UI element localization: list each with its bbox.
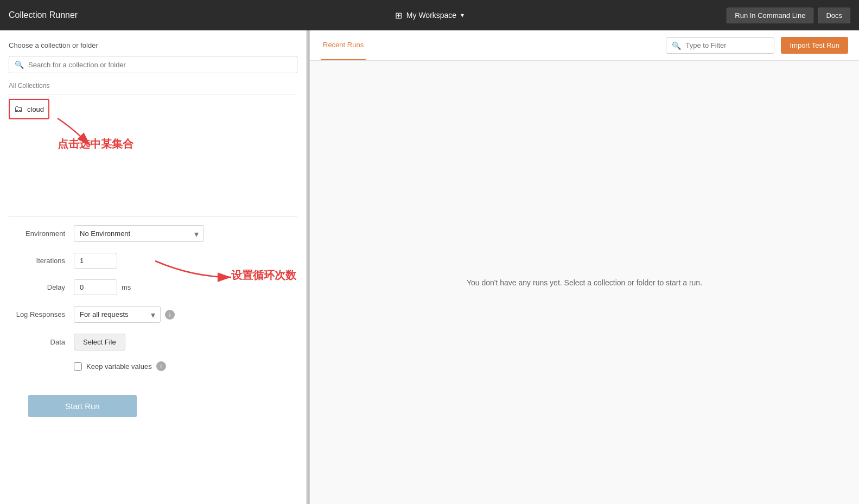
empty-runs-message: You don't have any runs yet. Select a co… [467, 278, 702, 287]
start-run-area: Start Run [9, 395, 297, 417]
log-responses-control: For all requests On error Never i [74, 306, 297, 323]
keep-variable-checkbox[interactable] [74, 362, 82, 371]
tab-recent-runs[interactable]: Recent Runs [321, 30, 366, 60]
collection-annotation-text: 点击选中某集合 [58, 137, 133, 151]
filter-box[interactable]: 🔍 [666, 37, 774, 54]
iterations-label: Iterations [9, 257, 74, 265]
keep-variable-info-icon[interactable]: i [156, 361, 166, 371]
environment-select[interactable]: No Environment [74, 225, 204, 242]
filter-input[interactable] [685, 41, 768, 49]
keep-variable-control: Keep variable values i [74, 361, 297, 371]
keep-variable-row: Keep variable values i [9, 361, 297, 371]
settings-section: Environment No Environment Iterations [9, 216, 297, 382]
collection-item[interactable]: 🗂 cloud [9, 99, 49, 119]
log-responses-row: Log Responses For all requests On error … [9, 306, 297, 323]
right-header-actions: 🔍 Import Test Run [666, 37, 848, 54]
environment-label: Environment [9, 229, 74, 238]
delay-label: Delay [9, 283, 74, 291]
run-command-line-button[interactable]: Run In Command Line [727, 8, 813, 23]
iterations-control [74, 253, 297, 269]
right-header: Recent Runs 🔍 Import Test Run [310, 30, 859, 61]
all-collections-label: All Collections [9, 82, 297, 94]
search-icon: 🔍 [15, 60, 24, 69]
workspace-icon: ⊞ [395, 10, 402, 21]
log-responses-select-wrapper[interactable]: For all requests On error Never [74, 306, 161, 323]
right-content: You don't have any runs yet. Select a co… [310, 61, 859, 504]
keep-variable-label: Keep variable values [86, 362, 152, 371]
docs-button[interactable]: Docs [818, 8, 850, 23]
folder-icon: 🗂 [14, 104, 23, 114]
filter-search-icon: 🔍 [672, 41, 681, 50]
keep-variable-checkbox-row: Keep variable values i [74, 361, 166, 371]
delay-unit: ms [122, 283, 131, 291]
data-row: Data Select File [9, 334, 297, 350]
environment-row: Environment No Environment [9, 225, 297, 242]
log-responses-select[interactable]: For all requests On error Never [74, 306, 161, 323]
app-title: Collection Runner [9, 10, 78, 20]
environment-control: No Environment [74, 225, 297, 242]
select-file-button[interactable]: Select File [74, 334, 125, 350]
tabs-area: Recent Runs [321, 30, 366, 60]
workspace-name: My Workspace [406, 11, 456, 20]
left-panel: Choose a collection or folder 🔍 All Coll… [0, 30, 307, 504]
chevron-down-icon: ▾ [461, 11, 464, 19]
iterations-input[interactable] [74, 253, 117, 269]
right-panel: Recent Runs 🔍 Import Test Run You don't … [310, 30, 859, 504]
data-control: Select File [74, 334, 297, 350]
iterations-annotation-text: 设置循环次数 [231, 268, 296, 283]
panel-divider[interactable] [307, 30, 310, 504]
collection-name: cloud [27, 105, 44, 113]
environment-select-wrapper[interactable]: No Environment [74, 225, 204, 242]
iterations-row: Iterations [9, 253, 297, 269]
header-actions: Run In Command Line Docs [727, 8, 850, 23]
delay-input[interactable] [74, 279, 117, 295]
start-run-button[interactable]: Start Run [28, 395, 137, 417]
search-input[interactable] [28, 61, 291, 69]
workspace-selector[interactable]: ⊞ My Workspace ▾ [395, 10, 464, 21]
log-responses-info-icon[interactable]: i [165, 310, 175, 320]
main-container: Choose a collection or folder 🔍 All Coll… [0, 30, 859, 504]
log-responses-label: Log Responses [9, 310, 74, 318]
choose-collection-label: Choose a collection or folder [9, 41, 297, 49]
collection-list: 🗂 cloud [9, 99, 297, 164]
data-label: Data [9, 338, 74, 346]
search-box[interactable]: 🔍 [9, 56, 297, 73]
header: Collection Runner ⊞ My Workspace ▾ Run I… [0, 0, 859, 30]
import-test-run-button[interactable]: Import Test Run [781, 37, 848, 54]
